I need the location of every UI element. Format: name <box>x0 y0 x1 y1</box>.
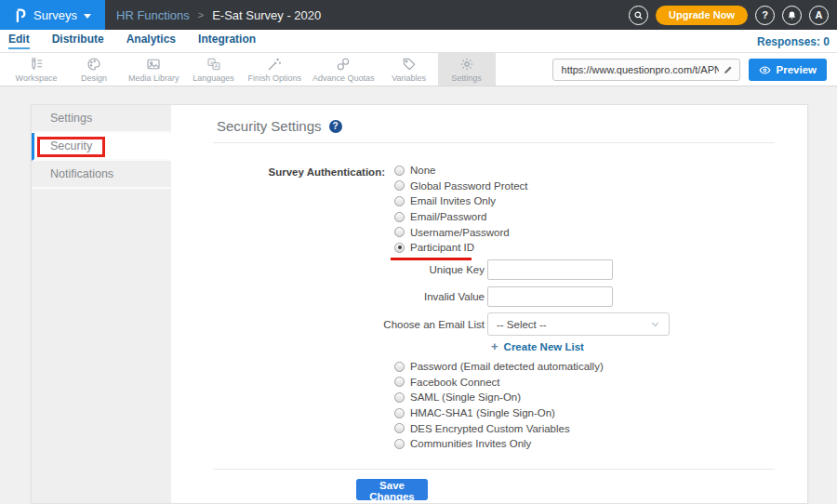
chevron-down-icon <box>84 14 91 19</box>
email-list-label: Choose an Email List <box>280 319 485 330</box>
search-button[interactable] <box>629 6 648 25</box>
auth-options-top: None Global Password Protect Email Invit… <box>394 165 528 253</box>
finish-options-wand-icon <box>267 57 282 72</box>
tab-edit[interactable]: Edit <box>8 33 30 49</box>
email-list-selected-value: -- Select -- <box>497 319 650 330</box>
auth-option-email-invites[interactable]: Email Invites Only <box>394 195 528 206</box>
topbar-actions: Upgrade Now ? A <box>629 0 829 30</box>
avatar[interactable]: A <box>809 6 829 25</box>
media-library-icon <box>146 57 161 72</box>
breadcrumb-separator: > <box>198 9 204 20</box>
breadcrumb-current: E-Sat Survey - 2020 <box>212 8 321 22</box>
help-button[interactable]: ? <box>755 6 775 25</box>
auth-option-none[interactable]: None <box>394 165 528 176</box>
auth-option-hmac-sha1[interactable]: HMAC-SHA1 (Single Sign-On) <box>394 407 604 418</box>
settings-card: Settings Security Notifications Security… <box>31 104 808 504</box>
radio-icon[interactable] <box>394 180 405 191</box>
auth-options-bottom: Password (Email detected automatically) … <box>394 361 604 449</box>
survey-url-text: https://www.questionpro.com/t/APNrFZ <box>562 64 719 75</box>
tab-distribute[interactable]: Distribute <box>52 33 104 49</box>
invalid-value-input[interactable] <box>487 286 613 307</box>
radio-icon[interactable] <box>394 408 405 418</box>
survey-nav: Edit Distribute Analytics Integration Re… <box>0 30 837 53</box>
chevron-down-icon <box>650 319 660 329</box>
email-list-select[interactable]: -- Select -- <box>487 312 670 336</box>
edit-toolbar: Workspace Design Media Library x A Langu… <box>0 53 837 86</box>
responses-count: Responses: 0 <box>757 30 830 53</box>
radio-icon[interactable] <box>394 166 405 176</box>
upgrade-now-button[interactable]: Upgrade Now <box>656 6 748 25</box>
auth-option-password-email[interactable]: Password (Email detected automatically) <box>394 361 604 372</box>
product-menu[interactable]: Surveys <box>0 0 105 30</box>
search-icon <box>633 10 644 20</box>
toolbar-item-label: Variables <box>392 73 426 83</box>
toolbar-item-design[interactable]: Design <box>65 53 123 86</box>
toolbar-item-variables[interactable]: Variables <box>380 53 438 86</box>
product-menu-label: Surveys <box>33 8 77 22</box>
auth-option-global-password[interactable]: Global Password Protect <box>394 180 528 192</box>
sidebar-item-notifications[interactable]: Notifications <box>32 161 171 189</box>
radio-selected-icon[interactable] <box>394 243 405 253</box>
toolbar-item-settings[interactable]: Settings <box>438 53 496 86</box>
auth-option-label: Facebook Connect <box>410 377 500 388</box>
auth-option-facebook-connect[interactable]: Facebook Connect <box>394 377 604 388</box>
toolbar-item-label: Advance Quotas <box>312 73 375 83</box>
tab-analytics[interactable]: Analytics <box>126 33 176 49</box>
auth-option-label: Email/Password <box>410 211 486 222</box>
save-changes-button[interactable]: Save Changes <box>356 479 428 500</box>
variables-tag-icon <box>402 57 417 72</box>
auth-option-saml[interactable]: SAML (Single Sign-On) <box>394 391 604 403</box>
preview-button[interactable]: Preview <box>749 59 827 81</box>
notifications-button[interactable] <box>782 6 802 25</box>
settings-sidebar: Settings Security Notifications <box>32 105 171 503</box>
radio-icon[interactable] <box>394 227 405 237</box>
sidebar-item-security[interactable]: Security <box>32 133 171 161</box>
svg-text:A: A <box>214 63 218 69</box>
radio-icon[interactable] <box>394 196 405 206</box>
auth-option-label: Global Password Protect <box>410 180 528 192</box>
breadcrumb-folder[interactable]: HR Functions <box>116 8 190 22</box>
invalid-value-label: Invalid Value <box>280 291 485 302</box>
toolbar-item-advance-quotas[interactable]: Advance Quotas <box>307 53 380 86</box>
survey-url-field[interactable]: https://www.questionpro.com/t/APNrFZ <box>552 59 740 81</box>
help-badge-icon[interactable]: ? <box>329 120 342 133</box>
create-new-list-label: Create New List <box>504 341 584 352</box>
toolbar-item-languages[interactable]: x A Languages <box>185 53 243 86</box>
settings-gear-icon <box>459 57 474 72</box>
annotation-red-underline <box>391 258 472 260</box>
sidebar-item-settings[interactable]: Settings <box>32 105 171 133</box>
auth-option-label: Password (Email detected automatically) <box>410 361 604 372</box>
title-divider <box>213 142 775 143</box>
auth-option-des-encrypted[interactable]: DES Encrypted Custom Variables <box>394 423 604 434</box>
advance-quotas-links-icon <box>336 57 351 72</box>
edit-pencil-icon[interactable] <box>723 64 734 75</box>
radio-icon[interactable] <box>394 439 405 449</box>
toolbar-item-finish-options[interactable]: Finish Options <box>243 53 308 86</box>
auth-option-label: DES Encrypted Custom Variables <box>410 423 570 434</box>
auth-option-participant-id[interactable]: Participant ID <box>394 242 528 253</box>
auth-option-email-password[interactable]: Email/Password <box>394 211 528 222</box>
svg-text:x: x <box>210 59 213 64</box>
radio-icon[interactable] <box>394 423 405 433</box>
questionpro-logo-icon <box>14 7 27 24</box>
auth-option-communities-invites[interactable]: Communities Invites Only <box>394 438 604 449</box>
plus-icon: + <box>491 342 498 351</box>
radio-icon[interactable] <box>394 392 405 403</box>
unique-key-label: Unique Key <box>280 264 485 275</box>
security-settings-panel: Security Settings ? Survey Authenticatio… <box>171 105 807 503</box>
create-new-list-link[interactable]: + Create New List <box>491 341 584 352</box>
toolbar-item-workspace[interactable]: Workspace <box>7 53 65 86</box>
bottom-divider <box>213 469 775 470</box>
bell-icon <box>787 10 797 20</box>
radio-icon[interactable] <box>394 212 405 222</box>
auth-option-username-password[interactable]: Username/Password <box>394 227 528 238</box>
survey-authentication-label: Survey Authentication: <box>171 166 385 178</box>
toolbar-item-media-library[interactable]: Media Library <box>123 53 185 86</box>
radio-icon[interactable] <box>394 377 405 387</box>
preview-label: Preview <box>777 64 817 75</box>
tab-integration[interactable]: Integration <box>198 33 256 49</box>
unique-key-input[interactable] <box>487 259 613 280</box>
radio-icon[interactable] <box>394 362 405 372</box>
toolbar-item-label: Finish Options <box>248 73 302 83</box>
page-title: Security Settings ? <box>217 118 342 134</box>
